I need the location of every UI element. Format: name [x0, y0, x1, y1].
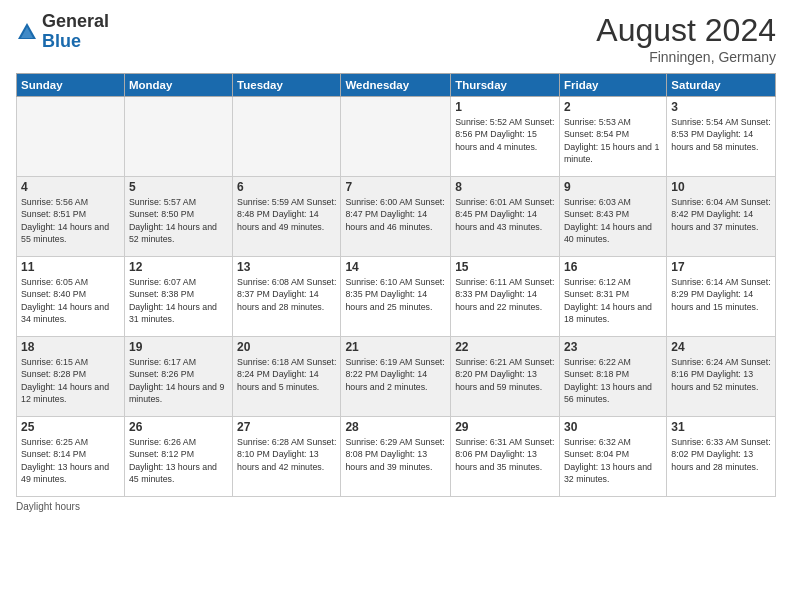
calendar-day-header: Sunday [17, 74, 125, 97]
location: Finningen, Germany [596, 49, 776, 65]
calendar-week-row: 1Sunrise: 5:52 AM Sunset: 8:56 PM Daylig… [17, 97, 776, 177]
calendar-week-row: 18Sunrise: 6:15 AM Sunset: 8:28 PM Dayli… [17, 337, 776, 417]
calendar-cell: 31Sunrise: 6:33 AM Sunset: 8:02 PM Dayli… [667, 417, 776, 497]
calendar-cell: 15Sunrise: 6:11 AM Sunset: 8:33 PM Dayli… [451, 257, 560, 337]
day-info: Sunrise: 5:53 AM Sunset: 8:54 PM Dayligh… [564, 116, 662, 165]
day-number: 13 [237, 260, 336, 274]
day-info: Sunrise: 6:12 AM Sunset: 8:31 PM Dayligh… [564, 276, 662, 325]
calendar-week-row: 4Sunrise: 5:56 AM Sunset: 8:51 PM Daylig… [17, 177, 776, 257]
day-number: 24 [671, 340, 771, 354]
calendar-header-row: SundayMondayTuesdayWednesdayThursdayFrid… [17, 74, 776, 97]
day-info: Sunrise: 5:52 AM Sunset: 8:56 PM Dayligh… [455, 116, 555, 153]
day-info: Sunrise: 6:05 AM Sunset: 8:40 PM Dayligh… [21, 276, 120, 325]
day-info: Sunrise: 6:29 AM Sunset: 8:08 PM Dayligh… [345, 436, 446, 473]
calendar-cell: 2Sunrise: 5:53 AM Sunset: 8:54 PM Daylig… [559, 97, 666, 177]
day-number: 27 [237, 420, 336, 434]
day-info: Sunrise: 6:15 AM Sunset: 8:28 PM Dayligh… [21, 356, 120, 405]
day-number: 1 [455, 100, 555, 114]
calendar-cell: 17Sunrise: 6:14 AM Sunset: 8:29 PM Dayli… [667, 257, 776, 337]
calendar-cell: 13Sunrise: 6:08 AM Sunset: 8:37 PM Dayli… [233, 257, 341, 337]
day-info: Sunrise: 6:22 AM Sunset: 8:18 PM Dayligh… [564, 356, 662, 405]
calendar-week-row: 25Sunrise: 6:25 AM Sunset: 8:14 PM Dayli… [17, 417, 776, 497]
day-number: 23 [564, 340, 662, 354]
calendar-cell: 5Sunrise: 5:57 AM Sunset: 8:50 PM Daylig… [124, 177, 232, 257]
calendar-cell: 6Sunrise: 5:59 AM Sunset: 8:48 PM Daylig… [233, 177, 341, 257]
calendar-day-header: Friday [559, 74, 666, 97]
calendar-day-header: Monday [124, 74, 232, 97]
day-info: Sunrise: 6:31 AM Sunset: 8:06 PM Dayligh… [455, 436, 555, 473]
calendar-day-header: Thursday [451, 74, 560, 97]
day-info: Sunrise: 5:54 AM Sunset: 8:53 PM Dayligh… [671, 116, 771, 153]
day-info: Sunrise: 6:00 AM Sunset: 8:47 PM Dayligh… [345, 196, 446, 233]
day-number: 2 [564, 100, 662, 114]
day-info: Sunrise: 6:33 AM Sunset: 8:02 PM Dayligh… [671, 436, 771, 473]
calendar-cell [233, 97, 341, 177]
day-number: 4 [21, 180, 120, 194]
day-number: 11 [21, 260, 120, 274]
calendar-cell: 16Sunrise: 6:12 AM Sunset: 8:31 PM Dayli… [559, 257, 666, 337]
day-info: Sunrise: 6:07 AM Sunset: 8:38 PM Dayligh… [129, 276, 228, 325]
calendar-cell: 3Sunrise: 5:54 AM Sunset: 8:53 PM Daylig… [667, 97, 776, 177]
day-info: Sunrise: 6:10 AM Sunset: 8:35 PM Dayligh… [345, 276, 446, 313]
calendar-cell: 8Sunrise: 6:01 AM Sunset: 8:45 PM Daylig… [451, 177, 560, 257]
day-number: 7 [345, 180, 446, 194]
day-number: 5 [129, 180, 228, 194]
day-number: 18 [21, 340, 120, 354]
day-number: 31 [671, 420, 771, 434]
day-info: Sunrise: 6:14 AM Sunset: 8:29 PM Dayligh… [671, 276, 771, 313]
day-number: 15 [455, 260, 555, 274]
day-number: 28 [345, 420, 446, 434]
calendar-cell: 4Sunrise: 5:56 AM Sunset: 8:51 PM Daylig… [17, 177, 125, 257]
day-number: 21 [345, 340, 446, 354]
calendar-day-header: Tuesday [233, 74, 341, 97]
logo-text: General Blue [42, 12, 109, 52]
calendar-cell: 18Sunrise: 6:15 AM Sunset: 8:28 PM Dayli… [17, 337, 125, 417]
calendar-cell [341, 97, 451, 177]
calendar-cell: 19Sunrise: 6:17 AM Sunset: 8:26 PM Dayli… [124, 337, 232, 417]
day-info: Sunrise: 6:25 AM Sunset: 8:14 PM Dayligh… [21, 436, 120, 485]
day-info: Sunrise: 6:24 AM Sunset: 8:16 PM Dayligh… [671, 356, 771, 393]
day-info: Sunrise: 6:17 AM Sunset: 8:26 PM Dayligh… [129, 356, 228, 405]
day-number: 9 [564, 180, 662, 194]
day-info: Sunrise: 6:04 AM Sunset: 8:42 PM Dayligh… [671, 196, 771, 233]
calendar-cell [17, 97, 125, 177]
day-number: 17 [671, 260, 771, 274]
calendar-cell: 14Sunrise: 6:10 AM Sunset: 8:35 PM Dayli… [341, 257, 451, 337]
logo-icon [16, 21, 38, 43]
calendar-cell: 10Sunrise: 6:04 AM Sunset: 8:42 PM Dayli… [667, 177, 776, 257]
day-number: 8 [455, 180, 555, 194]
day-number: 14 [345, 260, 446, 274]
calendar-cell: 20Sunrise: 6:18 AM Sunset: 8:24 PM Dayli… [233, 337, 341, 417]
day-number: 6 [237, 180, 336, 194]
day-number: 12 [129, 260, 228, 274]
day-number: 30 [564, 420, 662, 434]
calendar-cell: 27Sunrise: 6:28 AM Sunset: 8:10 PM Dayli… [233, 417, 341, 497]
calendar-cell: 23Sunrise: 6:22 AM Sunset: 8:18 PM Dayli… [559, 337, 666, 417]
day-info: Sunrise: 5:56 AM Sunset: 8:51 PM Dayligh… [21, 196, 120, 245]
footer: Daylight hours [16, 501, 776, 512]
calendar-cell [124, 97, 232, 177]
calendar-day-header: Saturday [667, 74, 776, 97]
calendar-cell: 21Sunrise: 6:19 AM Sunset: 8:22 PM Dayli… [341, 337, 451, 417]
day-number: 16 [564, 260, 662, 274]
day-info: Sunrise: 5:57 AM Sunset: 8:50 PM Dayligh… [129, 196, 228, 245]
calendar-cell: 7Sunrise: 6:00 AM Sunset: 8:47 PM Daylig… [341, 177, 451, 257]
day-info: Sunrise: 6:26 AM Sunset: 8:12 PM Dayligh… [129, 436, 228, 485]
day-info: Sunrise: 6:18 AM Sunset: 8:24 PM Dayligh… [237, 356, 336, 393]
day-info: Sunrise: 6:01 AM Sunset: 8:45 PM Dayligh… [455, 196, 555, 233]
day-number: 20 [237, 340, 336, 354]
calendar-cell: 22Sunrise: 6:21 AM Sunset: 8:20 PM Dayli… [451, 337, 560, 417]
day-number: 25 [21, 420, 120, 434]
logo: General Blue [16, 12, 109, 52]
day-number: 3 [671, 100, 771, 114]
calendar-cell: 28Sunrise: 6:29 AM Sunset: 8:08 PM Dayli… [341, 417, 451, 497]
day-number: 26 [129, 420, 228, 434]
calendar-cell: 25Sunrise: 6:25 AM Sunset: 8:14 PM Dayli… [17, 417, 125, 497]
calendar-cell: 30Sunrise: 6:32 AM Sunset: 8:04 PM Dayli… [559, 417, 666, 497]
calendar-cell: 9Sunrise: 6:03 AM Sunset: 8:43 PM Daylig… [559, 177, 666, 257]
day-info: Sunrise: 6:11 AM Sunset: 8:33 PM Dayligh… [455, 276, 555, 313]
calendar-cell: 24Sunrise: 6:24 AM Sunset: 8:16 PM Dayli… [667, 337, 776, 417]
day-number: 29 [455, 420, 555, 434]
calendar-cell: 1Sunrise: 5:52 AM Sunset: 8:56 PM Daylig… [451, 97, 560, 177]
header: General Blue August 2024 Finningen, Germ… [16, 12, 776, 65]
